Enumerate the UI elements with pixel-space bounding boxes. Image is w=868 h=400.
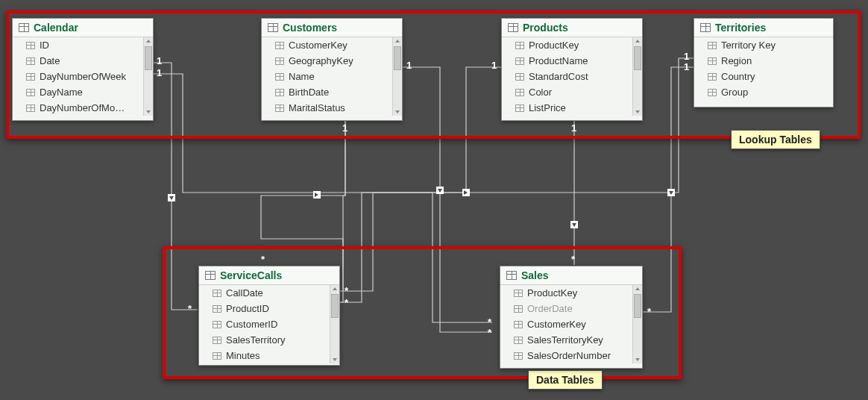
scroll-thumb[interactable] [331,294,339,318]
cardinality-one: 1 [491,60,497,71]
column-icon [708,73,717,81]
table-icon [268,23,278,32]
table-servicecalls[interactable]: ServiceCalls CallDate ProductID Customer… [198,266,340,366]
field-row[interactable]: SalesTerritory [199,332,339,348]
column-icon [26,73,35,81]
table-title: Customers [283,22,337,34]
field-row[interactable]: SalesTerritoryKey [500,332,642,348]
field-row[interactable]: CustomerKey [262,37,402,53]
field-row[interactable]: ProductID [199,301,339,316]
column-icon [514,321,523,328]
column-icon [26,42,35,49]
column-icon [708,89,717,96]
table-header[interactable]: Products [502,19,642,37]
column-icon [515,104,524,112]
column-icon [275,104,284,112]
column-icon [26,57,35,65]
field-row[interactable]: Name [262,69,402,84]
column-icon [514,305,523,313]
table-header[interactable]: Sales [500,266,642,285]
cardinality-many: * [647,306,651,317]
column-icon [515,42,524,49]
cardinality-many: * [488,316,491,328]
table-title: Sales [521,269,549,281]
table-products[interactable]: Products ProductKey ProductName Standard… [501,18,643,121]
cardinality-one: 1 [342,122,347,134]
scrollbar[interactable] [143,37,153,116]
field-row[interactable]: DayNumberOfMo… [13,100,153,116]
field-row[interactable]: Territory Key [694,37,833,53]
field-row[interactable]: ID [13,37,153,53]
field-row[interactable]: StandardCost [502,69,642,84]
column-icon [515,73,524,81]
field-row[interactable]: ProductKey [500,285,642,301]
field-row[interactable]: CustomerKey [500,316,642,332]
cardinality-one: 1 [684,61,689,72]
scroll-thumb[interactable] [634,294,641,318]
scroll-thumb[interactable] [394,46,401,70]
field-row[interactable]: GeographyKey [262,53,402,69]
table-header[interactable]: Territories [694,19,833,37]
cardinality-one: 1 [571,122,576,134]
column-icon [275,42,284,49]
cardinality-one: 1 [406,60,412,71]
table-title: Calendar [34,22,78,34]
table-title: ServiceCalls [220,269,282,281]
scrollbar[interactable] [632,285,642,363]
table-icon [205,271,216,280]
field-row[interactable]: DayName [13,84,153,100]
field-row[interactable]: Minutes [199,348,339,363]
scrollbar[interactable] [392,37,402,116]
model-canvas[interactable]: Lookup Tables Data Tables Calendar ID Da… [0,0,868,400]
column-icon [514,352,523,360]
cardinality-one: 1 [684,51,689,62]
field-row[interactable]: MaritalStatus [262,100,402,116]
field-row[interactable]: Group [694,84,833,100]
field-row[interactable]: Country [694,69,833,84]
column-icon [26,89,35,96]
field-row[interactable]: BirthDate [262,84,402,100]
column-icon [514,337,523,344]
table-territories[interactable]: Territories Territory Key Region Country… [694,18,834,107]
column-icon [275,89,284,96]
scroll-thumb[interactable] [145,46,152,70]
field-row[interactable]: Color [502,84,642,100]
column-icon [213,290,221,297]
cardinality-many: * [571,254,575,265]
table-icon [508,23,518,32]
field-row[interactable]: ProductKey [502,37,642,53]
filter-arrow-icon [168,194,175,201]
table-icon [19,23,29,32]
field-row[interactable]: CustomerID [199,316,339,332]
table-sales[interactable]: Sales ProductKey OrderDate CustomerKey S… [500,266,643,369]
field-row[interactable]: DayNumberOfWeek [13,69,153,84]
field-row[interactable]: Date [13,53,153,69]
field-row[interactable]: ProductName [502,53,642,69]
filter-arrow-icon [667,189,675,196]
field-row[interactable]: ListPrice [502,100,642,116]
scrollbar[interactable] [632,37,642,116]
cardinality-many: * [188,303,192,314]
table-calendar[interactable]: Calendar ID Date DayNumberOfWeek DayName… [12,18,154,121]
field-row[interactable]: SalesOrderNumber [500,348,642,363]
cardinality-many: * [345,285,348,296]
cardinality-many: * [261,254,265,265]
column-icon [708,42,717,49]
cardinality-many: * [345,297,348,308]
table-icon [700,23,711,32]
table-customers[interactable]: Customers CustomerKey GeographyKey Name … [261,18,403,121]
lookup-tables-label: Lookup Tables [731,130,820,149]
scrollbar[interactable] [330,285,339,363]
table-icon [506,271,517,280]
field-row[interactable]: CallDate [199,285,339,301]
column-icon [515,89,524,96]
table-header[interactable]: Customers [262,19,402,37]
filter-arrow-icon [570,221,578,228]
column-icon [213,337,221,344]
field-row[interactable]: OrderDate [500,301,642,316]
filter-arrow-icon [436,187,444,194]
field-row[interactable]: Region [694,53,833,69]
scroll-thumb[interactable] [634,46,641,70]
table-header[interactable]: ServiceCalls [199,266,339,285]
table-header[interactable]: Calendar [13,19,153,37]
